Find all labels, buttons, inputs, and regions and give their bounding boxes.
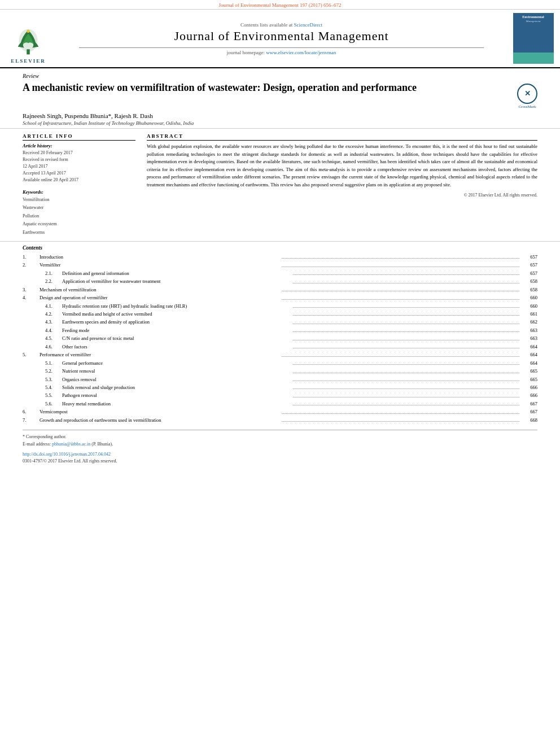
toc-row: 7. Growth and reproduction of earthworms… bbox=[23, 416, 537, 424]
svg-point-2 bbox=[27, 29, 30, 33]
revised-date: 12 April 2017 bbox=[23, 163, 135, 170]
toc-page: 664 bbox=[522, 351, 537, 359]
corresponding-author-note: * Corresponding author. bbox=[23, 434, 537, 441]
contents-label: Contents bbox=[23, 245, 537, 251]
elsevier-tree-icon bbox=[11, 26, 45, 57]
toc-title: C/N ratio and presence of toxic metal bbox=[62, 334, 291, 342]
toc-dots bbox=[293, 373, 519, 373]
abstract-header: ABSTRACT bbox=[147, 133, 537, 141]
header-divider bbox=[79, 47, 484, 48]
toc-page: 660 bbox=[522, 294, 537, 302]
toc-num: 4.6. bbox=[45, 343, 62, 351]
toc-dots bbox=[282, 291, 519, 291]
toc-row: 4.6. Other factors 664 bbox=[23, 343, 537, 351]
article-header: Review A mechanistic review on vermifilt… bbox=[0, 68, 560, 129]
toc-title: Design and operation of vermifilter bbox=[40, 294, 279, 302]
toc-num: 5.5. bbox=[45, 391, 62, 399]
sciencedirect-line: Contents lists available at ScienceDirec… bbox=[240, 22, 322, 28]
toc-page: 657 bbox=[522, 261, 537, 269]
article-section-label: Review bbox=[23, 73, 537, 79]
toc-num: 6. bbox=[23, 408, 40, 416]
article-history-label: Article history: bbox=[23, 143, 135, 148]
toc-title: Vermicompost bbox=[40, 408, 279, 416]
doi-link[interactable]: http://dx.doi.org/10.1016/j.jenvman.2017… bbox=[23, 452, 111, 457]
toc-dots bbox=[293, 348, 519, 348]
toc-title: Nutrient removal bbox=[62, 367, 291, 375]
email-line: E-mail address: pbhunia@iitbbs.ac.in (P.… bbox=[23, 441, 537, 448]
toc-row: 4.4. Feeding mode 663 bbox=[23, 326, 537, 334]
toc-title: Mechanism of vermifiltration bbox=[40, 286, 279, 294]
toc-table: 1. Introduction 657 2. Vermifilter 657 2… bbox=[23, 253, 537, 424]
abstract-text: With global population explosion, the av… bbox=[147, 143, 537, 189]
article-title-row: A mechanistic review on vermifiltration … bbox=[23, 81, 537, 109]
contents-section: Contents 1. Introduction 657 2. Vermifil… bbox=[0, 241, 560, 430]
journal-reference-bar: Journal of Environmental Management 197 … bbox=[0, 0, 560, 10]
toc-row: 5.6. Heavy metal remediation 667 bbox=[23, 400, 537, 408]
keyword-4: Aquatic ecosystem bbox=[23, 220, 135, 228]
journal-ref-text: Journal of Environmental Management 197 … bbox=[219, 2, 342, 8]
article-info-column: ARTICLE INFO Article history: Received 2… bbox=[23, 133, 135, 237]
toc-num: 1. bbox=[23, 253, 40, 261]
toc-dots bbox=[282, 267, 519, 267]
toc-num: 4.1. bbox=[45, 302, 62, 310]
toc-num: 4. bbox=[23, 294, 40, 302]
toc-title: Pathogen removal bbox=[62, 391, 291, 399]
toc-dots bbox=[282, 413, 519, 414]
toc-title: Hydraulic retention rate (HRT) and hydra… bbox=[62, 302, 291, 310]
toc-row: 5.4. Solids removal and sludge productio… bbox=[23, 383, 537, 391]
toc-page: 665 bbox=[522, 367, 537, 375]
toc-title: Performance of vermifilter bbox=[40, 351, 279, 359]
toc-num: 3. bbox=[23, 286, 40, 294]
toc-num: 4.3. bbox=[45, 318, 62, 326]
toc-title: Definition and general information bbox=[62, 269, 291, 277]
toc-page: 657 bbox=[522, 253, 537, 261]
toc-page: 668 bbox=[522, 416, 537, 424]
article-info-header: ARTICLE INFO bbox=[23, 133, 135, 141]
toc-row: 5.5. Pathogen removal 666 bbox=[23, 391, 537, 399]
toc-num: 4.4. bbox=[45, 326, 62, 334]
received-date: Received 20 February 2017 bbox=[23, 150, 135, 156]
footer-section: http://dx.doi.org/10.1016/j.jenvman.2017… bbox=[0, 449, 560, 468]
toc-row: 2.2. Application of vermifilter for wast… bbox=[23, 277, 537, 285]
toc-row: 1. Introduction 657 bbox=[23, 253, 537, 261]
toc-dots bbox=[293, 315, 519, 316]
toc-dots bbox=[293, 274, 519, 275]
toc-num: 5.3. bbox=[45, 375, 62, 383]
toc-page: 660 bbox=[522, 302, 537, 310]
toc-title: Organics removal bbox=[62, 375, 291, 383]
toc-dots bbox=[293, 340, 519, 340]
elsevier-logo: ELSEVIER bbox=[11, 26, 46, 64]
toc-row: 4.3. Earthworm species and density of ap… bbox=[23, 318, 537, 326]
sciencedirect-link[interactable]: ScienceDirect bbox=[294, 22, 322, 28]
toc-page: 666 bbox=[522, 391, 537, 399]
article-body: ARTICLE INFO Article history: Received 2… bbox=[0, 129, 560, 241]
toc-row: 4.2. Vermibed media and height of active… bbox=[23, 310, 537, 318]
toc-num: 5. bbox=[23, 351, 40, 359]
toc-num: 5.4. bbox=[45, 383, 62, 391]
toc-num: 4.5. bbox=[45, 334, 62, 342]
crossmark-badge[interactable]: ✕ CrossMark bbox=[517, 84, 537, 109]
copyright-line: © 2017 Elsevier Ltd. All rights reserved… bbox=[147, 193, 537, 198]
toc-dots bbox=[293, 388, 519, 389]
email-person: (P. Bhunia). bbox=[91, 442, 113, 447]
crossmark-circle: ✕ bbox=[517, 84, 537, 104]
email-link[interactable]: pbhunia@iitbbs.ac.in bbox=[52, 442, 90, 447]
toc-num: 5.6. bbox=[45, 400, 62, 408]
toc-row: 5.1. General performance 664 bbox=[23, 359, 537, 367]
toc-dots bbox=[282, 258, 519, 259]
toc-page: 657 bbox=[522, 269, 537, 277]
homepage-line: journal homepage: www.elsevier.com/locat… bbox=[227, 50, 336, 55]
toc-title: Solids removal and sludge production bbox=[62, 383, 291, 391]
elsevier-text: ELSEVIER bbox=[11, 58, 46, 64]
toc-dots bbox=[282, 356, 519, 357]
toc-title: Growth and reproduction of earthworms us… bbox=[40, 416, 279, 424]
journal-header: ELSEVIER Contents lists available at Sci… bbox=[0, 10, 560, 68]
toc-title: General performance bbox=[62, 359, 291, 367]
journal-cover-thumbnail: Environmental Management bbox=[513, 13, 554, 64]
toc-dots bbox=[293, 324, 519, 324]
toc-row: 2.1. Definition and general information … bbox=[23, 269, 537, 277]
crossmark-label: CrossMark bbox=[517, 104, 537, 109]
keyword-2: Wastewater bbox=[23, 204, 135, 212]
homepage-link[interactable]: www.elsevier.com/locate/jenvman bbox=[266, 50, 336, 55]
toc-page: 658 bbox=[522, 286, 537, 294]
